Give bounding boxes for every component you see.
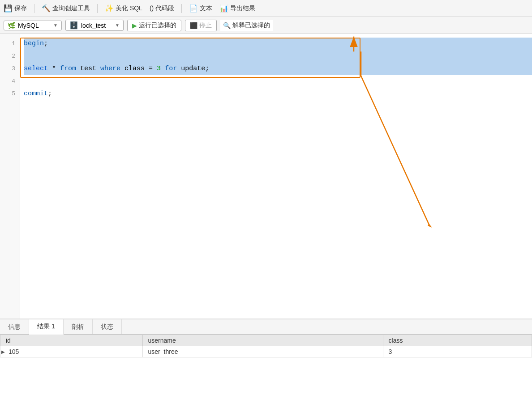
line-number-4: 4 (0, 75, 20, 88)
toolbar-separator (34, 4, 34, 13)
table-row: ▶ 105 user_three 3 (0, 346, 532, 357)
line-number-5: 5 (0, 88, 20, 100)
code-line-1: begin; (24, 38, 532, 50)
keyword-where: where (100, 63, 120, 75)
mysql-icon: 🌿 (8, 22, 15, 29)
keyword-commit: commit (24, 88, 48, 100)
text-button[interactable]: 📄 文本 (189, 4, 212, 13)
editor-area[interactable]: 1 2 3 4 5 begin; select * from test wher… (0, 34, 532, 319)
db-type-chevron: ▼ (53, 23, 58, 28)
toolbar-separator-3 (181, 4, 182, 13)
cell-id: ▶ 105 (0, 346, 143, 357)
code-content: begin; select * from test where class = … (20, 34, 532, 319)
table-header-row: id username class (0, 335, 532, 346)
tab-profile[interactable]: 剖析 (64, 319, 93, 334)
code-snippet-button[interactable]: () 代码段 (150, 4, 174, 13)
column-header-username: username (142, 335, 383, 346)
cell-class: 3 (383, 346, 532, 357)
tabs-bar: 信息 结果 1 剖析 状态 (0, 319, 532, 335)
line-number-3: 3 (0, 63, 20, 75)
text-icon: 📄 (189, 4, 198, 13)
export-button[interactable]: 📊 导出结果 (219, 4, 255, 13)
db-name-chevron: ▼ (115, 23, 120, 28)
run-selected-button[interactable]: ▶ 运行已选择的 (127, 20, 181, 31)
keyword-select: select (24, 63, 48, 75)
toolbar: 💾 保存 🔨 查询创建工具 ✨ 美化 SQL () 代码段 📄 文本 📊 导出结… (0, 0, 532, 17)
results-table: id username class ▶ 105 user_three 3 (0, 335, 532, 357)
code-line-3: select * from test where class = 3 for u… (24, 63, 532, 75)
column-header-id: id (0, 335, 143, 346)
beautify-sql-button[interactable]: ✨ 美化 SQL (105, 4, 142, 13)
tab-status[interactable]: 状态 (93, 319, 122, 334)
keyword-for: for (165, 63, 177, 75)
code-editor: 1 2 3 4 5 begin; select * from test wher… (0, 34, 532, 319)
explain-icon: 🔍 (223, 22, 231, 29)
row-indicator: ▶ (1, 349, 5, 354)
connection-bar: 🌿 MySQL ▼ 🗄️ lock_test ▼ ▶ 运行已选择的 ⬛ 停止 🔍… (0, 17, 532, 34)
db-icon: 🗄️ (69, 21, 78, 30)
bottom-panel: 信息 结果 1 剖析 状态 id username class (0, 319, 532, 408)
tab-result1[interactable]: 结果 1 (29, 319, 64, 335)
toolbar-separator-2 (97, 4, 98, 13)
keyword-from: from (60, 63, 76, 75)
db-type-select[interactable]: 🌿 MySQL ▼ (4, 21, 62, 30)
line-numbers: 1 2 3 4 5 (0, 34, 20, 319)
save-button[interactable]: 💾 保存 (4, 4, 27, 13)
code-line-2 (24, 50, 532, 63)
explain-button[interactable]: 🔍 解释已选择的 (220, 20, 273, 31)
line-number-2: 2 (0, 50, 20, 63)
code-line-5: commit; (24, 88, 532, 100)
export-icon: 📊 (219, 4, 228, 13)
tab-info[interactable]: 信息 (0, 319, 29, 334)
beautify-icon: ✨ (105, 4, 114, 13)
db-name-select[interactable]: 🗄️ lock_test ▼ (65, 20, 124, 31)
results-area[interactable]: id username class ▶ 105 user_three 3 (0, 335, 532, 408)
code-line-4 (24, 75, 532, 88)
save-icon: 💾 (4, 4, 13, 13)
keyword-begin: begin (24, 38, 44, 50)
stop-icon: ⬛ (190, 22, 197, 29)
cell-username: user_three (142, 346, 383, 357)
stop-button[interactable]: ⬛ 停止 (185, 20, 217, 31)
line-number-1: 1 (0, 38, 20, 50)
query-tool-button[interactable]: 🔨 查询创建工具 (42, 4, 90, 13)
query-tool-icon: 🔨 (42, 4, 51, 13)
number-3: 3 (157, 63, 161, 75)
play-icon: ▶ (132, 22, 137, 29)
column-header-class: class (383, 335, 532, 346)
